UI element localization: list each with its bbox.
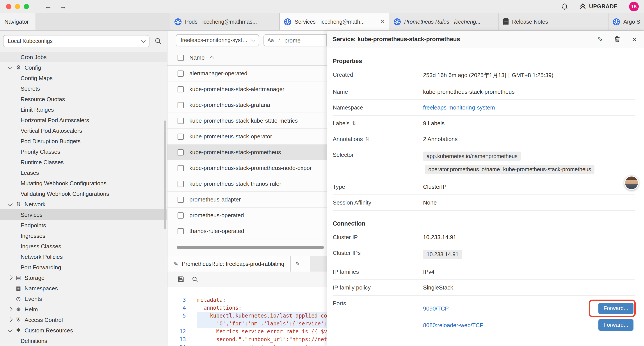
sidebar-item-services[interactable]: Services <box>0 209 167 220</box>
row-checkbox[interactable] <box>178 149 184 155</box>
sidebar-item-pod-disruption-budgets[interactable]: Pod Disruption Budgets <box>0 136 167 146</box>
row-checkbox[interactable] <box>178 165 184 171</box>
sidebar-item-network-policies[interactable]: Network Policies <box>0 251 167 262</box>
row-checkbox[interactable] <box>178 181 184 187</box>
row-checkbox[interactable] <box>178 102 184 108</box>
table-row[interactable]: kube-prometheus-stack-prometheus-node-ex… <box>168 160 326 176</box>
table-row[interactable]: thanos-ruler-operated <box>168 223 326 239</box>
close-window-button[interactable] <box>6 4 12 9</box>
sidebar-item-resource-quotas[interactable]: Resource Quotas <box>0 94 167 104</box>
sidebar-item-custom-resources[interactable]: ✱Custom Resources <box>0 325 167 336</box>
table-row[interactable]: kube-prometheus-stack-alertmanager <box>168 81 326 97</box>
code-line: 4 annotations: <box>168 304 326 312</box>
row-checkbox[interactable] <box>178 70 184 76</box>
tab-release-notes[interactable]: Release Notes <box>499 13 608 30</box>
edit-button[interactable]: ✎ <box>597 35 603 43</box>
table-row[interactable]: kube-prometheus-stack-grafana <box>168 97 326 113</box>
sort-toggle-icon[interactable]: ⇅ <box>352 120 356 126</box>
sidebar-item-ingresses[interactable]: Ingresses <box>0 230 167 241</box>
dock-tab-partial[interactable]: ✎ <box>291 256 310 272</box>
namespace-link[interactable]: freeleaps-monitoring-system <box>423 104 495 111</box>
table-row[interactable]: kube-prometheus-stack-kube-state-metrics <box>168 113 326 129</box>
sidebar-item-storage[interactable]: ▤Storage <box>0 272 167 283</box>
minimize-window-button[interactable] <box>15 4 20 9</box>
close-drawer-button[interactable]: ✕ <box>632 36 637 43</box>
sidebar-scrollbar[interactable] <box>164 120 166 229</box>
tab-argo-s[interactable]: Argo S <box>608 13 644 30</box>
sidebar-item-ingress-classes[interactable]: Ingress Classes <box>0 241 167 251</box>
select-all-checkbox[interactable] <box>178 54 184 61</box>
avatar[interactable] <box>624 176 639 190</box>
horizontal-scrollbar[interactable] <box>177 246 324 249</box>
row-checkbox[interactable] <box>178 118 184 124</box>
sidebar-item-priority-classes[interactable]: Priority Classes <box>0 146 167 157</box>
sidebar-item-endpoints[interactable]: Endpoints <box>0 220 167 230</box>
sidebar-item-runtime-classes[interactable]: Runtime Classes <box>0 157 167 167</box>
chevron-down-icon[interactable] <box>7 66 13 68</box>
table-row[interactable]: kube-prometheus-stack-operator <box>168 129 326 145</box>
sidebar-item-port-forwarding[interactable]: Port Forwarding <box>0 262 167 272</box>
row-checkbox[interactable] <box>178 196 184 203</box>
tab-prometheus-rules-icecheng[interactable]: Prometheus Rules - icecheng... <box>389 13 499 30</box>
back-button[interactable]: ← <box>45 3 52 10</box>
port-link[interactable]: 8080:reloader-web/TCP <box>423 322 484 328</box>
forward-button[interactable]: Forward... <box>598 319 634 331</box>
chevron-down-icon[interactable] <box>7 203 13 205</box>
upgrade-button[interactable]: UPGRADE <box>579 3 618 10</box>
forward-nav-button[interactable]: → <box>60 3 67 10</box>
match-case-toggle[interactable]: Aa <box>268 37 274 43</box>
notification-count-badge[interactable]: 15 <box>629 1 639 11</box>
chevron-right-icon[interactable] <box>7 308 13 311</box>
row-checkbox[interactable] <box>178 133 184 139</box>
sidebar-item-access-control[interactable]: ⛨Access Control <box>0 315 167 325</box>
sidebar-item-limit-ranges[interactable]: Limit Ranges <box>0 104 167 115</box>
row-checkbox[interactable] <box>178 212 184 218</box>
regex-toggle[interactable]: .* <box>277 37 281 43</box>
table-row[interactable]: alertmanager-operated <box>168 66 326 81</box>
column-header-name[interactable]: Name <box>190 54 204 61</box>
chevron-right-icon[interactable] <box>7 276 13 280</box>
sidebar-item-validating-webhook-configurations[interactable]: Validating Webhook Configurations <box>0 188 167 199</box>
sidebar-item-leases[interactable]: Leases <box>0 167 167 178</box>
table-row[interactable]: kube-prometheus-stack-thanos-ruler <box>168 176 326 192</box>
forward-button[interactable]: Forward... <box>598 303 634 314</box>
sidebar-item-events[interactable]: ◷Events <box>0 294 167 304</box>
tab-services-icecheng-math[interactable]: Services - icecheng@math...✕ <box>280 13 389 30</box>
sort-toggle-icon[interactable]: ⇅ <box>366 136 369 142</box>
sidebar-item-label: Limit Ranges <box>20 106 54 113</box>
kubeconfig-select[interactable]: Local Kubeconfigs <box>3 35 150 47</box>
close-tab-icon[interactable]: ✕ <box>380 19 384 24</box>
sidebar-item-cron-jobs[interactable]: Cron Jobs <box>0 52 167 62</box>
chevron-down-icon[interactable] <box>7 329 13 331</box>
tab-pods-icecheng-mathmas[interactable]: Pods - icecheng@mathmas... <box>170 13 280 30</box>
sidebar-search-icon[interactable] <box>155 38 162 45</box>
row-checkbox[interactable] <box>178 228 184 234</box>
namespace-select[interactable]: freeleaps-monitoring-system <box>176 34 259 46</box>
dock-tab-prometheusrule[interactable]: ✎ PrometheusRule: freeleaps-prod-rabbitm… <box>168 256 291 272</box>
sidebar-item-horizontal-pod-autoscalers[interactable]: Horizontal Pod Autoscalers <box>0 115 167 125</box>
table-row[interactable]: prometheus-adapter <box>168 192 326 208</box>
row-checkbox[interactable] <box>178 86 184 92</box>
port-link[interactable]: 9090/TCP <box>423 305 449 312</box>
tab-label: Prometheus Rules - icecheng... <box>404 19 494 25</box>
sidebar-item-network[interactable]: ⇅Network <box>0 199 167 209</box>
sidebar-item-label: Vertical Pod Autoscalers <box>20 127 82 134</box>
sidebar-item-helm[interactable]: ⎈Helm <box>0 304 167 315</box>
maximize-window-button[interactable] <box>24 4 29 9</box>
sidebar-item-mutating-webhook-configurations[interactable]: Mutating Webhook Configurations <box>0 178 167 188</box>
chevron-right-icon[interactable] <box>7 318 13 322</box>
editor-search-icon[interactable] <box>192 276 198 282</box>
double-chevron-up-icon <box>579 3 586 10</box>
delete-button[interactable] <box>614 36 620 42</box>
sidebar-item-namespaces[interactable]: ▦Namespaces <box>0 283 167 294</box>
table-row[interactable]: kube-prometheus-stack-prometheus <box>168 145 326 160</box>
sidebar-item-definitions[interactable]: Definitions <box>0 336 167 346</box>
sidebar-item-secrets[interactable]: Secrets <box>0 83 167 94</box>
sidebar-item-config[interactable]: ⚙Config <box>0 62 167 73</box>
search-input[interactable] <box>284 37 310 43</box>
save-icon[interactable] <box>178 276 184 283</box>
notifications-bell-icon[interactable] <box>561 3 568 10</box>
table-row[interactable]: prometheus-operated <box>168 208 326 223</box>
sidebar-item-config-maps[interactable]: Config Maps <box>0 73 167 83</box>
sidebar-item-vertical-pod-autoscalers[interactable]: Vertical Pod Autoscalers <box>0 125 167 136</box>
